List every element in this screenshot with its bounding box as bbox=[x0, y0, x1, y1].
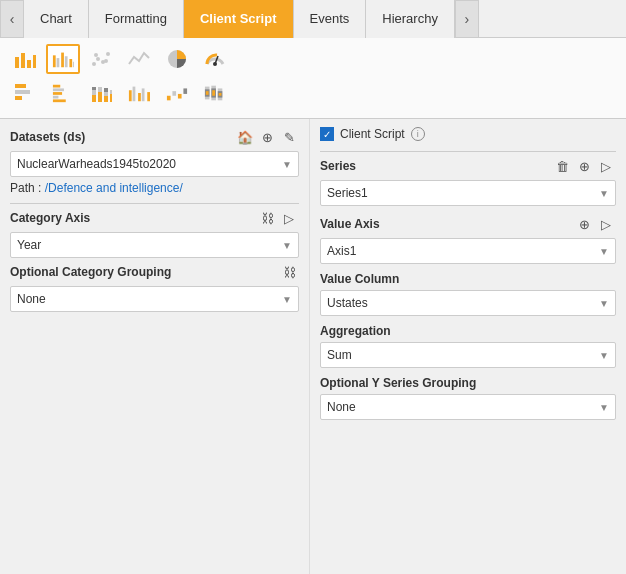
svg-rect-41 bbox=[147, 92, 150, 101]
svg-rect-21 bbox=[15, 96, 22, 100]
svg-rect-36 bbox=[110, 90, 112, 94]
tab-client-script[interactable]: Client Script bbox=[184, 0, 294, 38]
svg-rect-30 bbox=[98, 92, 102, 102]
optional-y-series-dropdown[interactable]: None ▼ bbox=[320, 394, 616, 420]
datasets-edit-icon[interactable]: ✎ bbox=[279, 127, 299, 147]
client-script-info-icon[interactable]: i bbox=[411, 127, 425, 141]
chart-icon-row-1 bbox=[8, 44, 618, 74]
category-axis-dropdown[interactable]: Year ▼ bbox=[10, 232, 299, 258]
category-axis-arrow-icon: ▼ bbox=[282, 240, 292, 251]
svg-rect-35 bbox=[110, 94, 112, 102]
svg-rect-48 bbox=[206, 91, 209, 95]
datasets-home-icon[interactable]: 🏠 bbox=[235, 127, 255, 147]
svg-rect-45 bbox=[183, 88, 187, 94]
category-axis-network-icon[interactable]: ⛓ bbox=[257, 208, 277, 228]
chart-type-bullet[interactable] bbox=[198, 78, 232, 108]
chart-type-line[interactable] bbox=[122, 44, 156, 74]
tab-hierarchy[interactable]: Hierarchy bbox=[366, 0, 455, 38]
value-axis-arrow-icon[interactable]: ▷ bbox=[596, 214, 616, 234]
series-delete-icon[interactable]: 🗑 bbox=[552, 156, 572, 176]
optional-category-grouping-selected: None bbox=[17, 292, 282, 306]
svg-point-14 bbox=[94, 53, 98, 57]
series-add-icon[interactable]: ⊕ bbox=[574, 156, 594, 176]
path-row: Path : /Defence and intelligence/ bbox=[10, 181, 299, 195]
chart-type-grouped-hbar[interactable] bbox=[46, 78, 80, 108]
series-dropdown-arrow-icon: ▼ bbox=[599, 188, 609, 199]
chart-type-gauge[interactable] bbox=[198, 44, 232, 74]
optional-y-series-row: Optional Y Series Grouping bbox=[320, 376, 616, 390]
value-column-label: Value Column bbox=[320, 272, 616, 286]
aggregation-label: Aggregation bbox=[320, 324, 616, 338]
tab-bar: ‹ Chart Formatting Client Script Events … bbox=[0, 0, 626, 38]
svg-rect-0 bbox=[15, 57, 19, 68]
svg-rect-25 bbox=[53, 96, 59, 99]
chart-type-waterfall[interactable] bbox=[160, 78, 194, 108]
svg-rect-37 bbox=[129, 90, 132, 101]
value-axis-row: Value Axis ⊕ ▷ bbox=[320, 214, 616, 234]
series-arrow-icon[interactable]: ▷ bbox=[596, 156, 616, 176]
chart-type-grouped-bar[interactable] bbox=[46, 44, 80, 74]
svg-rect-23 bbox=[53, 88, 64, 91]
aggregation-arrow-icon: ▼ bbox=[599, 350, 609, 361]
svg-rect-2 bbox=[27, 60, 31, 68]
series-label: Series bbox=[320, 159, 550, 173]
svg-rect-44 bbox=[178, 94, 182, 99]
category-axis-label: Category Axis bbox=[10, 211, 255, 225]
chart-type-pie[interactable] bbox=[160, 44, 194, 74]
svg-rect-24 bbox=[53, 92, 62, 95]
chart-icon-row-2 bbox=[8, 78, 618, 108]
chart-type-scatter[interactable] bbox=[84, 44, 118, 74]
optional-category-grouping-label: Optional Category Grouping bbox=[10, 265, 277, 279]
value-column-row: Value Column bbox=[320, 272, 616, 286]
value-column-dropdown[interactable]: Ustates ▼ bbox=[320, 290, 616, 316]
chart-type-multi[interactable] bbox=[122, 78, 156, 108]
datasets-dropdown[interactable]: NuclearWarheads1945to2020 ▼ bbox=[10, 151, 299, 177]
tab-chart[interactable]: Chart bbox=[24, 0, 89, 38]
chart-type-hbar[interactable] bbox=[8, 78, 42, 108]
svg-rect-20 bbox=[15, 90, 30, 94]
value-axis-arrow-icon: ▼ bbox=[599, 246, 609, 257]
right-panel: ✓ Client Script i Series 🗑 ⊕ ▷ Series1 ▼… bbox=[310, 119, 626, 574]
svg-point-11 bbox=[96, 57, 100, 61]
tab-nav-next[interactable]: › bbox=[455, 0, 479, 38]
aggregation-dropdown[interactable]: Sum ▼ bbox=[320, 342, 616, 368]
svg-rect-5 bbox=[57, 58, 60, 67]
series-dropdown[interactable]: Series1 ▼ bbox=[320, 180, 616, 206]
svg-rect-28 bbox=[92, 90, 96, 95]
svg-rect-32 bbox=[104, 96, 108, 102]
series-row: Series 🗑 ⊕ ▷ bbox=[320, 156, 616, 176]
series-selected: Series1 bbox=[327, 186, 599, 200]
svg-rect-34 bbox=[104, 88, 108, 92]
svg-point-10 bbox=[92, 62, 96, 66]
datasets-selected: NuclearWarheads1945to2020 bbox=[17, 157, 282, 171]
category-axis-filter-icon[interactable]: ▷ bbox=[279, 208, 299, 228]
chart-type-stacked-bar[interactable] bbox=[84, 78, 118, 108]
svg-rect-40 bbox=[142, 88, 145, 101]
datasets-arrow-icon: ▼ bbox=[282, 159, 292, 170]
value-axis-add-icon[interactable]: ⊕ bbox=[574, 214, 594, 234]
client-script-label: Client Script bbox=[340, 127, 405, 141]
svg-rect-42 bbox=[167, 96, 171, 101]
path-label: Path : bbox=[10, 181, 41, 195]
svg-rect-31 bbox=[98, 87, 102, 92]
chart-type-bar[interactable] bbox=[8, 44, 42, 74]
tab-nav-prev[interactable]: ‹ bbox=[0, 0, 24, 38]
datasets-add-icon[interactable]: ⊕ bbox=[257, 127, 277, 147]
category-axis-selected: Year bbox=[17, 238, 282, 252]
optional-category-grouping-arrow-icon: ▼ bbox=[282, 294, 292, 305]
aggregation-row: Aggregation bbox=[320, 324, 616, 338]
tab-formatting[interactable]: Formatting bbox=[89, 0, 184, 38]
value-axis-dropdown[interactable]: Axis1 ▼ bbox=[320, 238, 616, 264]
svg-rect-4 bbox=[53, 55, 56, 67]
divider-2 bbox=[320, 151, 616, 152]
main-content: Datasets (ds) 🏠 ⊕ ✎ NuclearWarheads1945t… bbox=[0, 119, 626, 574]
tab-events[interactable]: Events bbox=[294, 0, 367, 38]
svg-rect-43 bbox=[172, 91, 176, 96]
optional-category-grouping-dropdown[interactable]: None ▼ bbox=[10, 286, 299, 312]
aggregation-selected: Sum bbox=[327, 348, 599, 362]
client-script-checkbox[interactable]: ✓ bbox=[320, 127, 334, 141]
optional-grouping-icon[interactable]: ⛓ bbox=[279, 262, 299, 282]
value-axis-selected: Axis1 bbox=[327, 244, 599, 258]
svg-point-13 bbox=[106, 52, 110, 56]
svg-rect-9 bbox=[73, 62, 74, 68]
